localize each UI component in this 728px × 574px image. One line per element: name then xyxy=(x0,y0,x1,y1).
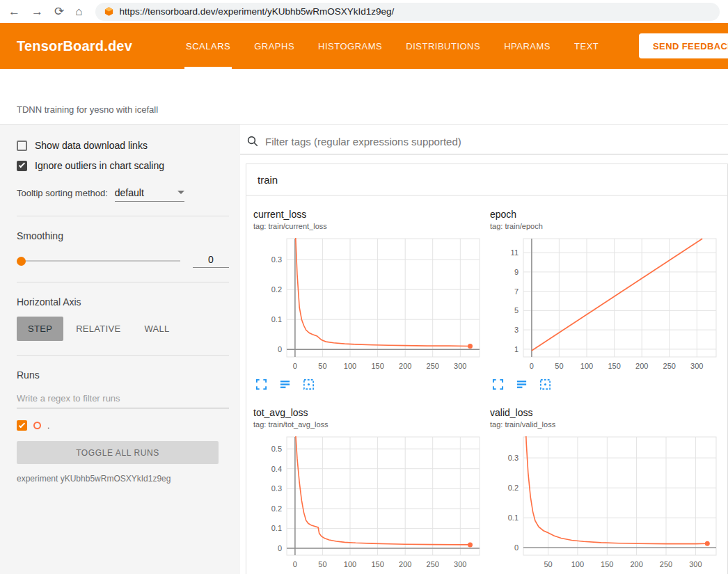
chart-card-valid-loss: valid_loss tag: train/valid_loss 5010015… xyxy=(490,407,727,574)
chart-data-icon[interactable] xyxy=(516,378,528,390)
line-chart-tot-avg-loss[interactable]: 05010015020025030000.10.20.30.40.5 xyxy=(253,433,490,573)
tab-distributions[interactable]: DISTRIBUTIONS xyxy=(394,23,492,69)
chart-card-current-loss: current_loss tag: train/current_loss 050… xyxy=(253,209,490,390)
run-name: . xyxy=(47,421,49,431)
svg-text:300: 300 xyxy=(689,560,702,568)
chart-tag: tag: train/epoch xyxy=(490,222,727,230)
show-download-links-label: Show data download links xyxy=(35,140,148,151)
svg-text:0.5: 0.5 xyxy=(271,445,282,453)
svg-text:0: 0 xyxy=(278,345,282,353)
run-checkbox-icon[interactable] xyxy=(17,420,27,431)
line-chart-current-loss[interactable]: 05010015020025030000.10.20.3 xyxy=(253,234,490,375)
svg-text:250: 250 xyxy=(663,362,676,370)
svg-text:3: 3 xyxy=(514,326,519,334)
tooltip-sorting-dropdown[interactable]: default xyxy=(115,187,184,202)
url-text: https://tensorboard.dev/experiment/yKUbh… xyxy=(120,6,395,17)
svg-text:7: 7 xyxy=(514,287,519,296)
svg-text:150: 150 xyxy=(371,362,383,370)
svg-text:1: 1 xyxy=(514,345,519,353)
svg-text:250: 250 xyxy=(427,362,439,370)
experiment-id-label: experiment yKUbhb5wRmOSXYkId1z9eg xyxy=(17,474,229,484)
address-bar[interactable]: https://tensorboard.dev/experiment/yKUbh… xyxy=(95,3,720,21)
svg-text:0: 0 xyxy=(278,544,282,552)
fit-domain-icon[interactable] xyxy=(539,378,551,390)
dropdown-arrow-icon xyxy=(177,191,184,194)
tooltip-sorting-value: default xyxy=(115,187,144,198)
expand-chart-icon[interactable] xyxy=(492,378,504,390)
svg-text:0.2: 0.2 xyxy=(508,484,519,492)
svg-text:250: 250 xyxy=(427,560,439,568)
tab-hparams[interactable]: HPARAMS xyxy=(492,23,562,69)
tab-text[interactable]: TEXT xyxy=(562,23,610,69)
tag-filter-row xyxy=(240,125,728,154)
svg-text:100: 100 xyxy=(571,560,584,568)
svg-text:100: 100 xyxy=(344,560,356,568)
svg-text:50: 50 xyxy=(318,362,326,370)
horizontal-axis-label: Horizontal Axis xyxy=(17,296,229,308)
svg-text:50: 50 xyxy=(544,560,552,568)
tab-graphs[interactable]: GRAPHS xyxy=(242,23,306,69)
send-feedback-button[interactable]: SEND FEEDBACK xyxy=(639,33,728,58)
line-chart-epoch[interactable]: 0501001502002503001357911 xyxy=(490,234,727,375)
svg-text:9: 9 xyxy=(514,268,519,276)
svg-text:300: 300 xyxy=(454,560,466,568)
run-row[interactable]: . xyxy=(17,420,229,431)
chart-tag: tag: train/valid_loss xyxy=(490,420,727,429)
tab-scalars[interactable]: SCALARS xyxy=(174,23,242,69)
axis-relative-button[interactable]: RELATIVE xyxy=(65,317,132,341)
settings-sidebar: Show data download links Ignore outliers… xyxy=(0,125,240,574)
tensorboard-favicon xyxy=(104,6,114,17)
train-section-card: train current_loss tag: train/current_lo… xyxy=(246,164,728,574)
back-icon[interactable]: ← xyxy=(8,6,20,17)
show-download-links-checkbox-row[interactable]: Show data download links xyxy=(17,140,229,151)
line-chart-valid-loss[interactable]: 5010015020025030000.10.20.3 xyxy=(490,433,727,573)
chart-tag: tag: train/current_loss xyxy=(253,222,490,230)
chart-title: epoch xyxy=(490,209,727,220)
svg-text:0.1: 0.1 xyxy=(508,513,519,522)
experiment-title-bar: TDNN training for yesno with icefall xyxy=(0,69,728,125)
chart-card-tot-avg-loss: tot_avg_loss tag: train/tot_avg_loss 050… xyxy=(253,407,490,574)
run-color-swatch-icon xyxy=(33,422,41,429)
axis-step-button[interactable]: STEP xyxy=(17,317,63,341)
ignore-outliers-checkbox-row[interactable]: Ignore outliers in chart scaling xyxy=(17,160,229,171)
experiment-title: TDNN training for yesno with icefall xyxy=(17,104,158,115)
svg-text:0: 0 xyxy=(293,362,297,370)
tag-filter-input[interactable] xyxy=(265,136,728,148)
forward-icon[interactable]: → xyxy=(31,6,43,17)
home-icon[interactable]: ⌂ xyxy=(75,6,82,17)
axis-wall-button[interactable]: WALL xyxy=(133,317,180,341)
check-icon xyxy=(19,161,25,168)
svg-text:150: 150 xyxy=(601,560,613,568)
svg-text:50: 50 xyxy=(318,560,326,568)
smoothing-slider[interactable] xyxy=(17,260,180,262)
smoothing-label: Smoothing xyxy=(17,230,229,241)
train-section-label: train xyxy=(258,174,278,186)
search-icon xyxy=(246,135,259,148)
chart-data-icon[interactable] xyxy=(279,378,291,390)
brand-logo[interactable]: TensorBoard.dev xyxy=(17,38,132,54)
fit-domain-icon[interactable] xyxy=(303,378,315,390)
svg-text:0.3: 0.3 xyxy=(271,255,282,264)
browser-toolbar: ← → ⟳ ⌂ https://tensorboard.dev/experime… xyxy=(0,0,728,23)
train-section-header[interactable]: train xyxy=(246,164,727,196)
reload-icon[interactable]: ⟳ xyxy=(54,6,64,17)
tooltip-sorting-row: Tooltip sorting method: default xyxy=(17,187,229,202)
expand-chart-icon[interactable] xyxy=(255,378,267,390)
tensorboard-page: ← → ⟳ ⌂ https://tensorboard.dev/experime… xyxy=(0,0,728,574)
chart-title: current_loss xyxy=(253,209,490,220)
runs-filter-input[interactable] xyxy=(17,390,229,408)
svg-text:11: 11 xyxy=(511,248,519,257)
checkbox-checked-icon[interactable] xyxy=(17,161,27,171)
chart-title: valid_loss xyxy=(490,407,727,418)
svg-text:0.3: 0.3 xyxy=(508,454,519,462)
svg-text:300: 300 xyxy=(690,362,703,370)
main-content: train current_loss tag: train/current_lo… xyxy=(240,125,728,574)
svg-text:0.4: 0.4 xyxy=(271,465,282,473)
svg-text:200: 200 xyxy=(399,362,411,370)
smoothing-slider-knob[interactable] xyxy=(17,257,26,266)
chart-toolbar xyxy=(253,378,490,390)
toggle-all-runs-button[interactable]: TOGGLE ALL RUNS xyxy=(17,441,219,464)
tab-histograms[interactable]: HISTOGRAMS xyxy=(306,23,394,69)
checkbox-unchecked-icon[interactable] xyxy=(17,141,27,151)
smoothing-value-field[interactable]: 0 xyxy=(193,254,229,268)
